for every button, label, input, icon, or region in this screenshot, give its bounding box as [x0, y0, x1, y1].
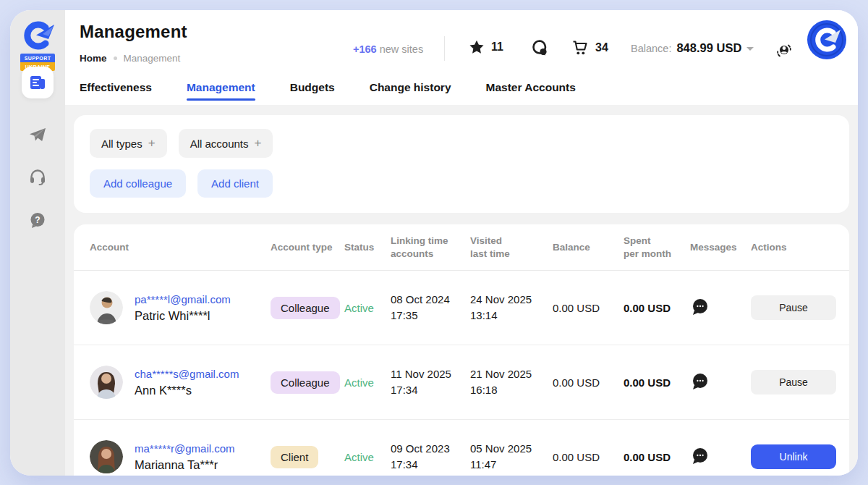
visited-time: 24 Nov 2025 13:14 — [470, 292, 553, 324]
filter-panel: All types + All accounts + Add colleague… — [74, 115, 849, 213]
sidebar-item-support[interactable] — [22, 161, 54, 193]
col-spent: Spent per month — [624, 235, 690, 260]
notifications-button[interactable] — [774, 41, 794, 64]
user-avatar[interactable] — [807, 20, 846, 59]
table-row: pa*****l@gmail.com Patric Whi****l Colle… — [74, 271, 849, 345]
telegram-icon — [28, 125, 47, 144]
chat-icon — [531, 39, 549, 57]
favorites-count: 11 — [491, 41, 503, 54]
news-icon — [28, 73, 47, 92]
col-linking-time: Linking time accounts — [391, 235, 470, 260]
top-header: Management Home Management +166 new site… — [65, 10, 858, 105]
plus-icon: + — [255, 136, 262, 151]
brand-logo-icon — [21, 19, 54, 52]
headphones-icon — [28, 167, 47, 186]
main-area: Management Home Management +166 new site… — [65, 10, 858, 476]
balance-cell: 0.00 USD — [553, 451, 624, 463]
pause-button[interactable]: Pause — [751, 295, 836, 320]
app-window: SUPPORT UKRAINE — [10, 10, 858, 476]
svg-text:?: ? — [35, 215, 40, 225]
message-bubble-icon — [690, 446, 710, 465]
col-actions: Actions — [751, 241, 841, 254]
table-row: ma*****r@gmail.com Marianna Ta***r Clien… — [74, 420, 849, 476]
new-sites-counter[interactable]: +166 new sites — [353, 43, 423, 55]
linking-time: 08 Oct 2024 17:35 — [391, 292, 470, 324]
tab-change-history[interactable]: Change history — [370, 81, 451, 105]
spent-cell: 0.00 USD — [624, 302, 690, 314]
tab-master-accounts[interactable]: Master Accounts — [486, 81, 576, 105]
accounts-table: Account Account type Status Linking time… — [74, 224, 849, 476]
status-label: Active — [344, 376, 391, 389]
sidebar-item-news[interactable] — [22, 67, 54, 98]
linking-time: 09 Oct 2023 17:34 — [391, 441, 470, 473]
account-name: Ann K****s — [135, 384, 239, 397]
chat-button[interactable] — [531, 39, 549, 57]
status-label: Active — [344, 302, 391, 314]
col-messages: Messages — [690, 241, 751, 254]
balance-value: 848.99 USD — [676, 41, 741, 55]
balance-dropdown[interactable]: Balance: 848.99 USD — [631, 41, 754, 55]
visited-time: 05 Nov 2025 11:47 — [470, 441, 553, 473]
table-header: Account Account type Status Linking time… — [74, 224, 849, 271]
col-account-type: Account type — [271, 241, 344, 254]
breadcrumb-separator — [114, 56, 117, 60]
tab-bar: Effectiveness Management Budgets Change … — [80, 81, 576, 105]
notifications-icon — [774, 41, 794, 61]
filter-all-types[interactable]: All types + — [90, 129, 167, 158]
page-title: Management — [80, 22, 187, 42]
cart-icon — [571, 39, 589, 56]
plus-icon: + — [148, 136, 156, 151]
col-account: Account — [90, 241, 271, 254]
account-type-badge: Colleague — [271, 297, 340, 319]
chevron-down-icon — [746, 47, 754, 51]
message-button[interactable] — [690, 297, 751, 319]
balance-cell: 0.00 USD — [553, 376, 624, 389]
cart-count: 34 — [595, 41, 608, 54]
breadcrumb-current: Management — [124, 53, 181, 64]
avatar — [90, 440, 123, 473]
sidebar: SUPPORT UKRAINE — [10, 10, 65, 476]
avatar — [90, 366, 123, 399]
status-label: Active — [344, 451, 391, 463]
sidebar-item-telegram[interactable] — [22, 119, 54, 151]
tab-budgets[interactable]: Budgets — [290, 81, 335, 105]
message-button[interactable] — [690, 446, 751, 468]
sidebar-item-help[interactable]: ? — [22, 204, 54, 236]
col-status: Status — [344, 241, 391, 254]
balance-cell: 0.00 USD — [553, 302, 624, 314]
avatar — [90, 291, 123, 324]
tab-effectiveness[interactable]: Effectiveness — [80, 81, 152, 105]
content-area: All types + All accounts + Add colleague… — [65, 105, 858, 476]
logo[interactable]: SUPPORT UKRAINE — [10, 19, 65, 71]
pause-button[interactable]: Pause — [751, 370, 836, 395]
col-visited: Visited last time — [470, 235, 553, 260]
unlink-button[interactable]: Unlink — [751, 444, 836, 469]
col-balance: Balance — [553, 241, 624, 254]
account-type-badge: Client — [271, 446, 318, 468]
tab-management[interactable]: Management — [187, 81, 255, 105]
balance-label: Balance: — [631, 43, 671, 54]
filter-all-accounts[interactable]: All accounts + — [179, 129, 273, 158]
account-email[interactable]: cha*****s@gmail.com — [135, 368, 239, 380]
add-client-button[interactable]: Add client — [197, 169, 273, 198]
spent-cell: 0.00 USD — [624, 451, 690, 463]
account-email[interactable]: ma*****r@gmail.com — [135, 442, 235, 455]
message-button[interactable] — [690, 371, 751, 394]
breadcrumb: Home Management — [80, 53, 180, 64]
account-email[interactable]: pa*****l@gmail.com — [135, 293, 231, 305]
table-row: cha*****s@gmail.com Ann K****s Colleague… — [74, 345, 849, 420]
linking-time: 11 Nov 2025 17:34 — [391, 366, 470, 399]
add-colleague-button[interactable]: Add colleague — [90, 169, 186, 198]
question-icon: ? — [28, 211, 47, 229]
breadcrumb-home[interactable]: Home — [80, 53, 107, 64]
favorites-counter[interactable]: 11 — [469, 39, 503, 55]
header-divider — [444, 36, 445, 61]
spent-cell: 0.00 USD — [624, 376, 690, 389]
new-sites-count: +166 — [353, 43, 377, 55]
account-type-badge: Colleague — [271, 371, 340, 394]
star-icon — [469, 39, 485, 55]
account-name: Patric Whi****l — [135, 309, 231, 323]
avatar-brand-icon — [807, 20, 846, 59]
account-name: Marianna Ta***r — [135, 458, 235, 472]
cart-counter[interactable]: 34 — [571, 39, 608, 56]
